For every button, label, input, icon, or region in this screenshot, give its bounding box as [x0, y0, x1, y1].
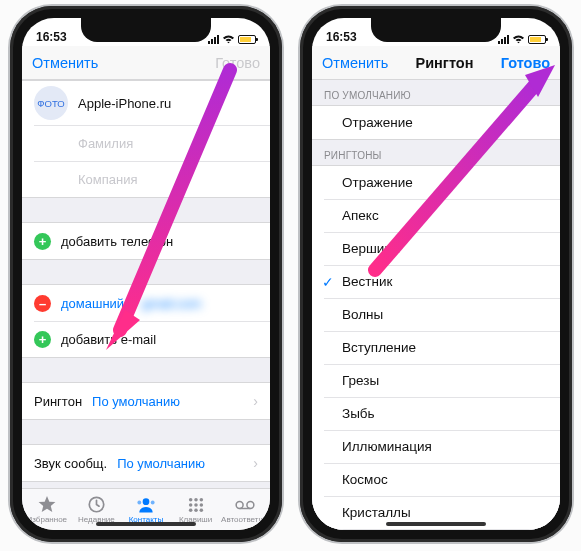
email-row[interactable]: – домашний › gmail.com [22, 285, 270, 321]
svg-point-8 [194, 503, 198, 507]
svg-point-6 [199, 497, 203, 501]
home-indicator[interactable] [386, 522, 486, 526]
ringtone-item[interactable]: Вершина [312, 232, 560, 265]
keypad-icon [186, 496, 206, 514]
plus-icon: + [34, 331, 51, 348]
nav-bar: Отменить Рингтон Готово [312, 46, 560, 80]
signal-icon [208, 35, 219, 44]
ringtone-item[interactable]: Вступление [312, 331, 560, 364]
textsound-value: По умолчанию [117, 456, 247, 471]
svg-point-11 [194, 508, 198, 512]
wifi-icon [512, 35, 525, 44]
first-name-field[interactable]: Apple-iPhone.ru [78, 96, 258, 111]
add-phone-row[interactable]: + добавить телефон [22, 223, 270, 259]
status-time: 16:53 [36, 30, 67, 44]
cancel-button[interactable]: Отменить [322, 55, 388, 71]
add-email-label: добавить e-mail [61, 332, 258, 347]
svg-point-14 [247, 501, 254, 508]
done-button[interactable]: Готово [501, 55, 550, 71]
ringtone-value: По умолчанию [92, 394, 247, 409]
screen-left: 16:53 Отменить Готово ФОТО Apple-iPhone.… [22, 18, 270, 530]
ringtone-item[interactable]: Отражение [312, 166, 560, 199]
battery-icon [238, 35, 256, 44]
svg-point-3 [151, 500, 155, 504]
checkmark-icon: ✓ [322, 274, 334, 290]
ringtone-item[interactable]: Маяк [312, 529, 560, 530]
company-field[interactable]: Компания [78, 172, 258, 187]
star-icon [37, 496, 57, 514]
ringtone-item[interactable]: Космос [312, 463, 560, 496]
svg-point-2 [137, 500, 141, 504]
chevron-right-icon: › [253, 455, 258, 471]
home-indicator[interactable] [96, 522, 196, 526]
ringtone-item[interactable]: ✓Вестник [312, 265, 560, 298]
tab-favorites[interactable]: Избранное [22, 489, 72, 530]
email-value[interactable]: gmail.com [142, 296, 258, 311]
ringtone-label: Рингтон [34, 394, 82, 409]
photo-avatar[interactable]: ФОТО [34, 86, 68, 120]
notch [81, 18, 211, 42]
chevron-right-icon: › [253, 393, 258, 409]
svg-point-13 [236, 501, 243, 508]
section-ringtones-header: РИНГТОНЫ [312, 140, 560, 165]
textsound-row[interactable]: Звук сообщ. По умолчанию › [22, 445, 270, 481]
ringtone-row[interactable]: Рингтон По умолчанию › [22, 383, 270, 419]
contacts-icon [136, 496, 156, 514]
svg-point-4 [188, 497, 192, 501]
nav-bar: Отменить Готово [22, 46, 270, 80]
done-button: Готово [215, 55, 260, 71]
tab-voicemail[interactable]: Автоответч... [220, 489, 270, 530]
cancel-button[interactable]: Отменить [32, 55, 98, 71]
phone-frame-right: 16:53 Отменить Рингтон Готово ПО УМОЛЧАН… [300, 6, 572, 542]
ringtone-item[interactable]: Зыбь [312, 397, 560, 430]
email-type[interactable]: домашний › [61, 296, 132, 311]
ringtone-item[interactable]: Апекс [312, 199, 560, 232]
svg-point-7 [188, 503, 192, 507]
contact-edit-content: ФОТО Apple-iPhone.ru Фамилия Компания + … [22, 80, 270, 488]
phone-frame-left: 16:53 Отменить Готово ФОТО Apple-iPhone.… [10, 6, 282, 542]
battery-icon [528, 35, 546, 44]
status-icons [498, 35, 546, 44]
notch [371, 18, 501, 42]
add-phone-label: добавить телефон [61, 234, 258, 249]
voicemail-icon [235, 496, 255, 514]
svg-point-9 [199, 503, 203, 507]
ringtone-item[interactable]: Отражение [312, 106, 560, 139]
ringtone-list[interactable]: ПО УМОЛЧАНИЮ Отражение РИНГТОНЫ Отражени… [312, 80, 560, 530]
plus-icon: + [34, 233, 51, 250]
clock-icon [86, 496, 106, 514]
company-row[interactable]: Компания [22, 161, 270, 197]
section-default-header: ПО УМОЛЧАНИЮ [312, 80, 560, 105]
add-email-row[interactable]: + добавить e-mail [22, 321, 270, 357]
status-time: 16:53 [326, 30, 357, 44]
svg-point-1 [143, 498, 150, 505]
wifi-icon [222, 35, 235, 44]
svg-point-10 [188, 508, 192, 512]
ringtone-item[interactable]: Иллюминация [312, 430, 560, 463]
status-icons [208, 35, 256, 44]
textsound-label: Звук сообщ. [34, 456, 107, 471]
ringtone-item[interactable]: Волны [312, 298, 560, 331]
surname-row[interactable]: Фамилия [22, 125, 270, 161]
nav-title: Рингтон [416, 55, 474, 71]
surname-field[interactable]: Фамилия [78, 136, 258, 151]
svg-point-12 [199, 508, 203, 512]
signal-icon [498, 35, 509, 44]
svg-point-5 [194, 497, 198, 501]
minus-icon: – [34, 295, 51, 312]
ringtone-item[interactable]: Грезы [312, 364, 560, 397]
name-row[interactable]: ФОТО Apple-iPhone.ru [22, 81, 270, 125]
screen-right: 16:53 Отменить Рингтон Готово ПО УМОЛЧАН… [312, 18, 560, 530]
